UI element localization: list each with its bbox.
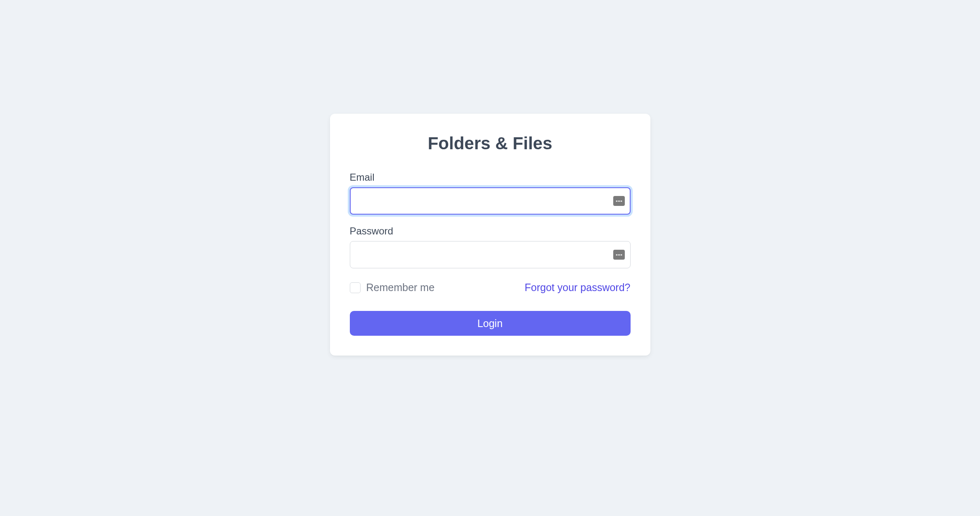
credential-autofill-icon[interactable] [613,196,625,206]
login-card: Folders & Files Email Password Remember … [330,114,650,356]
login-button[interactable]: Login [350,311,631,336]
remember-me-wrapper: Remember me [350,282,435,294]
email-input-wrapper [350,187,631,215]
password-label: Password [350,225,631,237]
email-input[interactable] [350,187,631,215]
remember-me-checkbox[interactable] [350,282,361,293]
password-input[interactable] [350,241,631,268]
form-footer: Remember me Forgot your password? [350,282,631,294]
forgot-password-link[interactable]: Forgot your password? [525,282,631,294]
email-label: Email [350,172,631,183]
email-form-group: Email [350,172,631,215]
password-input-wrapper [350,241,631,268]
remember-me-label[interactable]: Remember me [366,282,435,294]
app-title: Folders & Files [350,134,631,153]
password-form-group: Password [350,225,631,268]
credential-autofill-icon[interactable] [613,250,625,260]
